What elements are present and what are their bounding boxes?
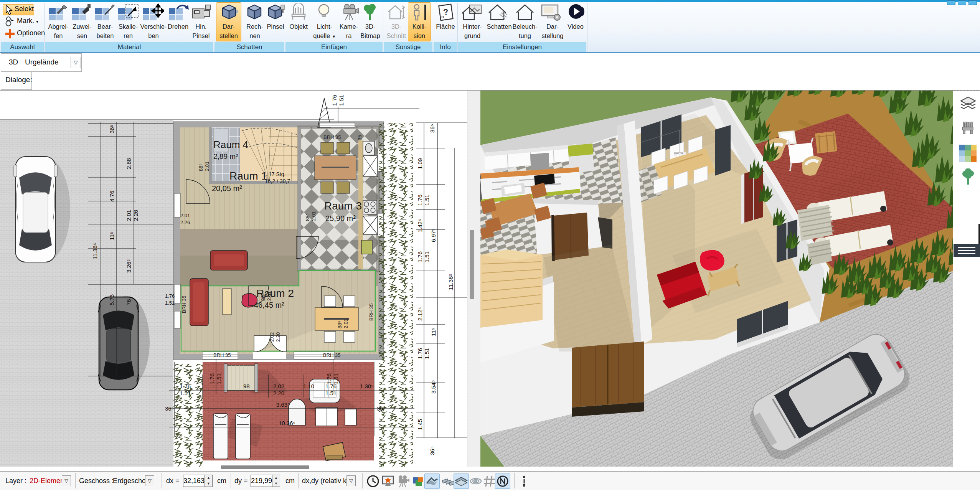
svg-text:1.51: 1.51: [180, 390, 191, 396]
svg-text:2.20: 2.20: [275, 332, 281, 342]
svg-text:6.97⁵: 6.97⁵: [430, 229, 437, 242]
svg-text:1.76: 1.76: [165, 293, 175, 299]
svg-text:1.51: 1.51: [424, 195, 430, 206]
svg-text:1.51: 1.51: [338, 95, 345, 106]
svg-text:46,45 m²: 46,45 m²: [254, 301, 284, 309]
svg-text:2.26: 2.26: [132, 210, 139, 221]
svg-text:2.01: 2.01: [204, 162, 210, 171]
svg-text:11⁵: 11⁵: [430, 328, 437, 336]
svg-text:2.26: 2.26: [180, 219, 190, 225]
svg-text:16,2 / 30,7: 16,2 / 30,7: [265, 178, 290, 184]
svg-text:11⁵: 11⁵: [109, 232, 115, 240]
svg-text:Raum 3: Raum 3: [324, 200, 362, 212]
svg-text:17 Stg.: 17 Stg.: [269, 171, 285, 177]
svg-text:2.01: 2.01: [125, 210, 132, 221]
svg-text:BRH 35: BRH 35: [213, 352, 231, 358]
svg-text:2.02: 2.02: [269, 332, 275, 342]
svg-text:5.76: 5.76: [109, 294, 115, 305]
svg-text:1.76: 1.76: [417, 348, 423, 359]
svg-text:88⁵: 88⁵: [198, 163, 204, 171]
svg-text:1.76: 1.76: [417, 195, 423, 206]
svg-text:35: 35: [357, 135, 363, 140]
svg-text:1.76: 1.76: [331, 95, 338, 106]
svg-text:2.12⁵: 2.12⁵: [417, 307, 423, 321]
svg-text:1.76: 1.76: [417, 251, 423, 262]
svg-text:88⁵: 88⁵: [305, 213, 310, 221]
svg-text:2.68: 2.68: [125, 158, 132, 169]
svg-text:1.42⁵: 1.42⁵: [417, 219, 423, 233]
svg-text:3.54⁵: 3.54⁵: [430, 380, 437, 394]
svg-text:36⁵: 36⁵: [165, 405, 174, 412]
svg-text:36⁵: 36⁵: [429, 124, 436, 133]
svg-text:2.01: 2.01: [180, 213, 190, 218]
svg-text:1.51: 1.51: [165, 300, 175, 306]
svg-text:36⁵: 36⁵: [429, 446, 436, 455]
svg-text:2.01: 2.01: [311, 211, 317, 221]
svg-text:1.10: 1.10: [303, 383, 314, 389]
svg-text:11.36⁵: 11.36⁵: [447, 274, 454, 290]
svg-text:1.51: 1.51: [424, 251, 430, 262]
svg-text:20,05 m²: 20,05 m²: [212, 184, 242, 193]
svg-text:88⁵: 88⁵: [337, 321, 343, 328]
svg-text:4.76: 4.76: [109, 191, 115, 202]
svg-text:76: 76: [125, 299, 132, 305]
svg-text:98: 98: [243, 383, 250, 389]
svg-text:BRH 35: BRH 35: [323, 352, 341, 358]
svg-text:1.09: 1.09: [417, 158, 423, 169]
svg-text:Raum 1: Raum 1: [229, 170, 267, 182]
svg-text:2.01: 2.01: [343, 319, 349, 328]
svg-text:Raum 4: Raum 4: [213, 139, 248, 150]
svg-text:2.20: 2.20: [273, 390, 284, 396]
svg-text:2.01: 2.01: [266, 291, 272, 301]
svg-text:3.26⁵: 3.26⁵: [125, 259, 132, 273]
svg-text:36⁵: 36⁵: [109, 125, 115, 134]
svg-text:1.76: 1.76: [209, 373, 215, 384]
svg-text:2.02: 2.02: [273, 383, 284, 389]
svg-text:1.51: 1.51: [333, 373, 339, 384]
svg-text:BRH 35: BRH 35: [368, 303, 374, 321]
svg-text:88⁵: 88⁵: [260, 293, 266, 301]
svg-text:1.30⁵: 1.30⁵: [360, 383, 373, 389]
svg-text:1.51: 1.51: [216, 373, 222, 384]
svg-text:1.51: 1.51: [424, 348, 430, 359]
svg-text:9.63⁵: 9.63⁵: [276, 401, 290, 408]
svg-text:BRH 35: BRH 35: [181, 295, 187, 313]
svg-text:10.36⁵: 10.36⁵: [279, 420, 295, 426]
svg-text:36⁵: 36⁵: [377, 405, 386, 412]
svg-text:1.76: 1.76: [180, 383, 191, 389]
svg-text:11.36⁵: 11.36⁵: [92, 243, 98, 259]
svg-text:1.76: 1.76: [326, 373, 332, 384]
svg-text:1.51: 1.51: [325, 390, 337, 396]
svg-text:BRH 35: BRH 35: [323, 134, 341, 140]
svg-text:25,90 m²: 25,90 m²: [325, 214, 356, 223]
svg-text:1.45: 1.45: [417, 419, 423, 430]
svg-text:2,89 m²: 2,89 m²: [213, 152, 238, 160]
